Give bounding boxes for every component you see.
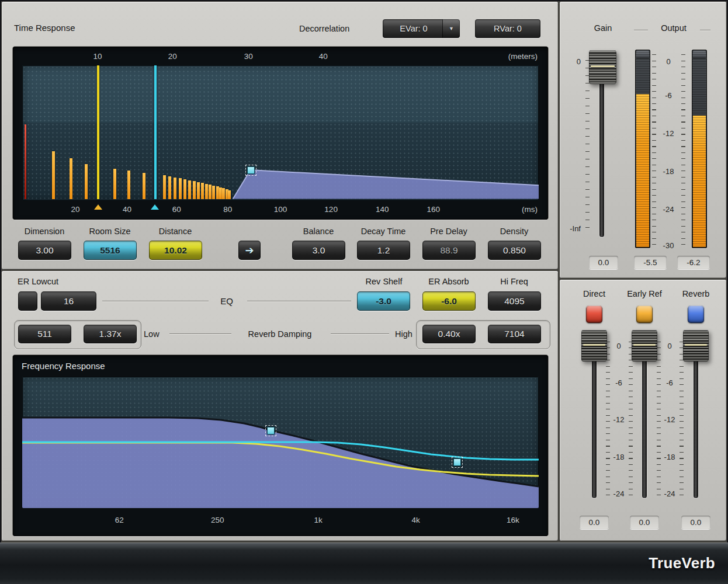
early-reflection-bar <box>143 173 145 199</box>
early-reflection-bar <box>179 178 182 199</box>
axis-tick-label: 80 <box>223 205 232 214</box>
damping-low-freq-value[interactable]: 511 <box>18 325 71 343</box>
er-lowcut-value[interactable]: 16 <box>41 291 96 311</box>
rev-shelf-label: Rev Shelf <box>352 277 416 286</box>
eq-panel: ER Lowcut 16 EQ Rev Shelf -3.0 ER Absorb… <box>2 271 558 541</box>
frequency-response-graph: Frequency Response 622501k4k16k <box>13 355 548 536</box>
output-meter-left-value: -5.5 <box>634 256 667 269</box>
roomsize-marker-triangle[interactable] <box>151 204 159 210</box>
axis-tick-label: 62 <box>115 516 124 524</box>
time-response-panel: Time Response Decorrelation EVar: 0 ▼ RV… <box>2 2 558 269</box>
er-lowcut-toggle[interactable] <box>18 291 37 311</box>
predelay-handle[interactable] <box>247 166 255 174</box>
balance-value[interactable]: 3.0 <box>292 241 345 260</box>
early-ref-fader-handle[interactable] <box>632 330 657 361</box>
pre-delay-value[interactable]: 88.9 <box>422 241 476 260</box>
room-size-value[interactable]: 5516 <box>84 241 137 260</box>
direct-value: 0.0 <box>580 516 609 529</box>
scale-label: 0 <box>561 57 584 66</box>
decorrelation-label: Decorrelation <box>299 24 349 33</box>
frequency-axis: 622501k4k16k <box>22 514 539 527</box>
damping-low-ratio-value[interactable]: 1.37x <box>84 325 137 343</box>
scale-label: -12 <box>660 415 679 424</box>
early-reflection-bar <box>228 190 231 199</box>
output-meter-left <box>635 50 650 248</box>
gain-fader-handle[interactable] <box>589 50 616 84</box>
distance-label: Distance <box>143 227 207 236</box>
early-reflection-bar <box>188 180 191 199</box>
tick-marks <box>585 60 590 231</box>
scale-label: -30 <box>656 241 681 250</box>
direct-mute-button[interactable] <box>586 305 602 323</box>
distance-marker-line[interactable] <box>97 65 99 199</box>
early-reflection-bar <box>113 169 116 199</box>
hi-freq-value[interactable]: 4095 <box>488 291 541 311</box>
time-response-plot[interactable] <box>22 65 539 201</box>
dimension-value[interactable]: 3.00 <box>18 241 71 260</box>
scale-label: -24 <box>609 489 628 498</box>
divider-line <box>102 301 209 302</box>
scale-label: 0 <box>656 57 681 66</box>
output-meter-scale: 0-6-12-18-24-30 <box>656 50 681 248</box>
output-meter-right <box>692 50 707 248</box>
rev-shelf-value[interactable]: -3.0 <box>357 291 410 311</box>
evar-value: EVar: 0 <box>400 24 442 33</box>
pre-delay-label: Pre Delay <box>417 227 481 236</box>
scale-label: -12 <box>656 129 681 138</box>
scale-label: -Inf <box>561 224 584 233</box>
scale-label: -18 <box>609 453 628 461</box>
early-reflection-bar <box>70 158 72 199</box>
damping-high-ratio-value[interactable]: 0.40x <box>422 325 476 343</box>
divider-line <box>247 301 351 302</box>
direct-sound-bar <box>25 124 26 199</box>
meter-segments <box>692 50 707 248</box>
rvar-button[interactable]: RVar: 0 <box>475 19 540 38</box>
scale-label: -18 <box>656 167 681 176</box>
reverb-mute-button[interactable] <box>688 305 704 323</box>
damping-high-label: High <box>395 329 412 339</box>
axis-tick-label: 250 <box>211 516 224 524</box>
distance-marker-triangle[interactable] <box>94 204 102 210</box>
scale-label: -6 <box>660 378 679 387</box>
reverb-decay-area <box>22 65 539 201</box>
damping-high-freq-value[interactable]: 7104 <box>488 325 541 343</box>
output-label: Output <box>647 23 700 33</box>
er-absorb-label: ER Absorb <box>417 277 481 286</box>
copy-to-reverb-button[interactable]: ➔ <box>238 241 261 260</box>
frequency-response-plot[interactable] <box>22 377 539 508</box>
early-reflection-bar <box>216 186 219 199</box>
reverb-fader-handle[interactable] <box>683 330 709 361</box>
evar-dropdown-arrow-icon[interactable]: ▼ <box>442 19 460 38</box>
gain-fader-track[interactable] <box>599 57 604 237</box>
scale-label: -18 <box>660 453 679 461</box>
eq-label: EQ <box>210 296 244 306</box>
axis-unit-label: (meters) <box>508 52 538 61</box>
reverb-damping-title: Reverb Damping <box>233 329 327 339</box>
time-response-title: Time Response <box>14 23 75 33</box>
density-value[interactable]: 0.850 <box>488 241 541 260</box>
gain-output-panel: Gain Output 0-Inf 0-6-12-18-24-30 0.0 -5… <box>560 2 726 278</box>
axis-tick-label: 1k <box>314 516 322 524</box>
frequency-handle-2[interactable] <box>453 458 461 466</box>
axis-tick-label: 40 <box>319 52 328 61</box>
mix-scale-left: 0-6-12-18-24 <box>609 338 628 502</box>
early-reflection-bar <box>52 151 55 199</box>
scale-label: -6 <box>656 91 681 100</box>
early-reflection-bar <box>212 186 215 199</box>
output-meter-right-value: -6.2 <box>677 256 710 269</box>
early-reflection-bar <box>205 184 208 199</box>
distance-value[interactable]: 10.02 <box>149 241 202 260</box>
direct-fader-handle[interactable] <box>581 330 607 361</box>
room-size-label: Room Size <box>78 227 142 236</box>
decay-time-value[interactable]: 1.2 <box>357 241 410 260</box>
frequency-handle-1[interactable] <box>267 427 275 434</box>
er-absorb-value[interactable]: -6.0 <box>422 291 476 311</box>
trueverb-plugin-window: Time Response Decorrelation EVar: 0 ▼ RV… <box>0 0 728 584</box>
early-reflection-bar <box>163 175 166 199</box>
roomsize-marker-line[interactable] <box>154 65 157 199</box>
divider-line <box>634 30 648 31</box>
evar-dropdown[interactable]: EVar: 0 ▼ <box>383 19 460 38</box>
decay-time-label: Decay Time <box>351 227 415 236</box>
early-ref-mute-button[interactable] <box>636 305 653 323</box>
direct-label: Direct <box>568 289 620 298</box>
